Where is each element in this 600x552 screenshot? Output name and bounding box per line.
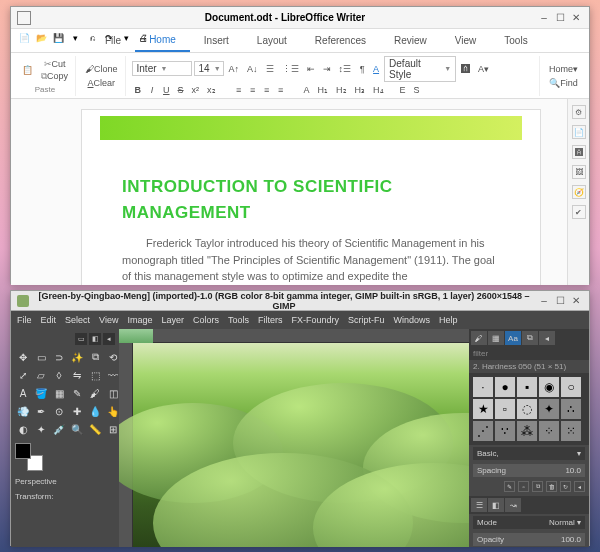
dock-menu-icon[interactable]: ◂ [539, 331, 555, 345]
gimp-minimize[interactable]: – [537, 294, 551, 308]
h4-style[interactable]: H₃ [352, 84, 369, 96]
gimp-titlebar[interactable]: [Green-by-Qingbao-Meng] (imported)-1.0 (… [11, 291, 589, 311]
brush-icon[interactable]: 🖌 [87, 385, 103, 401]
copy-button[interactable]: ⧉ Copy [38, 70, 71, 83]
tb-tab1-icon[interactable]: ▭ [75, 333, 87, 345]
line-spacing-icon[interactable]: ↕☰ [336, 63, 355, 75]
brush-4[interactable]: ◉ [539, 377, 559, 397]
dk-new-icon[interactable]: ▫ [518, 481, 529, 492]
menu-fxfoundry[interactable]: FX-Foundry [291, 315, 339, 325]
brush-8[interactable]: ◌ [517, 399, 537, 419]
print-icon[interactable]: 🖨 [136, 31, 150, 45]
align-left-icon[interactable]: ≡ [233, 84, 245, 96]
brush-11[interactable]: ⋰ [473, 421, 493, 441]
brush-15[interactable]: ⁙ [561, 421, 581, 441]
image-thumb[interactable] [119, 329, 153, 343]
new-icon[interactable]: 📄 [17, 31, 31, 45]
sb-gallery-icon[interactable]: 🖼 [572, 165, 586, 179]
flip-icon[interactable]: ⇋ [69, 367, 85, 383]
spacing-slider[interactable]: Spacing10.0 [473, 464, 585, 477]
perspective-icon[interactable]: ◊ [51, 367, 67, 383]
dock-fonts-tab[interactable]: Aa [505, 331, 521, 345]
pencil-icon[interactable]: ✎ [69, 385, 85, 401]
menu-filters[interactable]: Filters [258, 315, 283, 325]
subscript-button[interactable]: x₂ [204, 84, 219, 96]
menu-windows[interactable]: Windows [394, 315, 431, 325]
clear-button[interactable]: A Clear [85, 77, 119, 89]
gimp-close[interactable]: ✕ [569, 294, 583, 308]
number-list-icon[interactable]: ⋮☰ [279, 63, 302, 75]
mode-select[interactable]: ModeNormal ▾ [473, 516, 585, 529]
tab-references[interactable]: References [301, 30, 380, 51]
clone-button[interactable]: 🖌 Clone [82, 63, 121, 75]
opacity-slider[interactable]: Opacity100.0 [473, 533, 585, 546]
menu-help[interactable]: Help [439, 315, 458, 325]
shear-icon[interactable]: ▱ [33, 367, 49, 383]
font-name-select[interactable]: Inter▼ [132, 61, 192, 76]
sb-check-icon[interactable]: ✔ [572, 205, 586, 219]
bold-button[interactable]: B [132, 84, 145, 96]
lasso-icon[interactable]: ⊃ [51, 349, 67, 365]
rect-select-icon[interactable]: ▭ [33, 349, 49, 365]
preset-select[interactable]: Basic,▾ [473, 447, 585, 460]
dk-dup-icon[interactable]: ⧉ [532, 481, 543, 492]
undo-icon[interactable]: ⎌ [85, 31, 99, 45]
dock-brushes-tab[interactable]: 🖌 [471, 331, 487, 345]
dock-layers-tab[interactable]: ☰ [471, 498, 487, 512]
picker-icon[interactable]: 💉 [51, 421, 67, 437]
path-icon[interactable]: ✦ [33, 421, 49, 437]
superscript-button[interactable]: x² [189, 84, 203, 96]
brush-1[interactable]: · [473, 377, 493, 397]
menu-scriptfu[interactable]: Script-Fu [348, 315, 385, 325]
align-right-icon[interactable]: ≡ [261, 84, 273, 96]
para-style-select[interactable]: Default Style▼ [384, 56, 456, 82]
tab-view[interactable]: View [441, 30, 491, 51]
paragraph-icon[interactable]: ¶ [356, 63, 368, 75]
brush-5[interactable]: ○ [561, 377, 581, 397]
dk-edit-icon[interactable]: ✎ [504, 481, 515, 492]
page[interactable]: INTRODUCTION TO SCIENTIFIC MANAGEMENT Fr… [81, 109, 541, 285]
cage-icon[interactable]: ⬚ [87, 367, 103, 383]
brush-14[interactable]: ⁘ [539, 421, 559, 441]
font-size-select[interactable]: 14▼ [194, 61, 224, 76]
style-dd-icon[interactable]: A▾ [475, 63, 492, 75]
h1-style[interactable]: A [301, 84, 313, 96]
redo-dd-icon[interactable]: ▾ [119, 31, 133, 45]
ink-icon[interactable]: ✒ [33, 403, 49, 419]
tab-tools[interactable]: Tools [490, 30, 541, 51]
sb-nav-icon[interactable]: 🧭 [572, 185, 586, 199]
brush-12[interactable]: ∵ [495, 421, 515, 441]
menu-image[interactable]: Image [127, 315, 152, 325]
sb-page-icon[interactable]: 📄 [572, 125, 586, 139]
menu-edit[interactable]: Edit [41, 315, 57, 325]
align-justify-icon[interactable]: ≡ [275, 84, 287, 96]
menu-view[interactable]: View [99, 315, 118, 325]
italic-button[interactable]: I [146, 84, 158, 96]
tab-layout[interactable]: Layout [243, 30, 301, 51]
clone-icon[interactable]: ⊙ [51, 403, 67, 419]
maximize-button[interactable]: ☐ [553, 11, 567, 25]
move-tool-icon[interactable]: ✥ [15, 349, 31, 365]
bucket-icon[interactable]: 🪣 [33, 385, 49, 401]
zoom-icon[interactable]: 🔍 [69, 421, 85, 437]
tab-insert[interactable]: Insert [190, 30, 243, 51]
airbrush-icon[interactable]: 💨 [15, 403, 31, 419]
h3-style[interactable]: H₂ [333, 84, 350, 96]
fg-bg-swatch[interactable] [15, 443, 43, 471]
close-button[interactable]: ✕ [569, 11, 583, 25]
menu-tools[interactable]: Tools [228, 315, 249, 325]
dk-menu2-icon[interactable]: ◂ [574, 481, 585, 492]
paste-icon[interactable]: 📋 [19, 64, 36, 76]
brush-2[interactable]: ● [495, 377, 515, 397]
menu-colors[interactable]: Colors [193, 315, 219, 325]
brush-9[interactable]: ✦ [539, 399, 559, 419]
indent-icon[interactable]: ⇥ [320, 63, 334, 75]
measure-icon[interactable]: 📏 [87, 421, 103, 437]
underline-button[interactable]: U [160, 84, 173, 96]
crop-icon[interactable]: ⧉ [87, 349, 103, 365]
highlight-icon[interactable]: 🅰 [458, 63, 473, 75]
strike-button[interactable]: S [175, 84, 187, 96]
font-color-icon[interactable]: A [370, 63, 382, 75]
dock-filter[interactable]: filter [469, 347, 589, 360]
align-center-icon[interactable]: ≡ [247, 84, 259, 96]
